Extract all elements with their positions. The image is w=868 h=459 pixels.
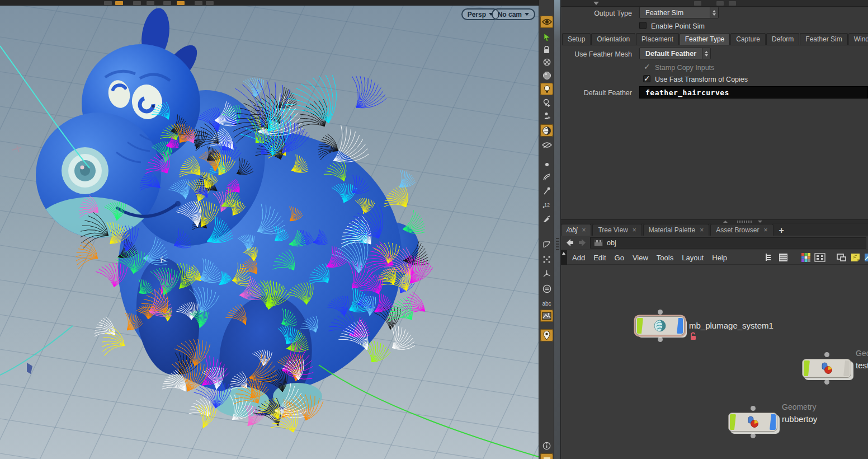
node-test[interactable]: Geo test bbox=[802, 359, 851, 378]
overlapping-windows-icon[interactable] bbox=[836, 253, 847, 262]
node-input-connector[interactable] bbox=[751, 406, 756, 411]
new-tab-button[interactable]: + bbox=[775, 226, 789, 236]
toolbar-blip-active[interactable] bbox=[177, 1, 185, 5]
use-fast-transform-checkbox[interactable]: ✓ bbox=[643, 75, 650, 82]
node-name[interactable]: test bbox=[856, 360, 868, 370]
menu-edit[interactable]: Edit bbox=[593, 254, 606, 262]
light-bulb-icon[interactable] bbox=[540, 83, 553, 95]
node-output-connector[interactable] bbox=[751, 433, 756, 438]
add-light-icon[interactable] bbox=[540, 96, 553, 109]
stowed-tool-icon[interactable] bbox=[540, 453, 553, 459]
list-view-icon[interactable] bbox=[778, 253, 789, 262]
dropdown-spinner-icon[interactable] bbox=[710, 7, 718, 18]
network-path-field[interactable]: obj bbox=[590, 237, 866, 249]
tab-setup[interactable]: Setup bbox=[562, 33, 591, 45]
viewport-canvas[interactable] bbox=[0, 6, 539, 459]
node-name[interactable]: rubbertoy bbox=[782, 414, 817, 424]
menu-add[interactable]: Add bbox=[572, 254, 585, 262]
tab-wind-noise[interactable]: Wind Noise bbox=[848, 33, 868, 45]
network-canvas[interactable]: mb_plumage_system1 Geo tes bbox=[561, 265, 868, 459]
toolbar-blip[interactable] bbox=[147, 1, 154, 5]
close-icon[interactable]: × bbox=[764, 226, 768, 234]
add-character-icon[interactable] bbox=[540, 110, 553, 122]
header-icon[interactable] bbox=[716, 1, 724, 6]
comb-curve-icon[interactable] bbox=[540, 171, 553, 183]
toolbar-blip[interactable] bbox=[104, 1, 112, 5]
stow-grip[interactable] bbox=[556, 238, 559, 250]
tab-tree-view[interactable]: Tree View× bbox=[592, 224, 641, 236]
menu-go[interactable]: Go bbox=[615, 254, 624, 262]
background-image-icon[interactable] bbox=[540, 310, 553, 322]
feather-ball-icon[interactable] bbox=[540, 124, 553, 137]
node-name[interactable]: mb_plumage_system1 bbox=[689, 321, 773, 330]
toolbar-blip[interactable] bbox=[133, 1, 141, 5]
close-icon[interactable]: × bbox=[633, 226, 636, 234]
node-input-connector[interactable] bbox=[658, 310, 663, 315]
visibility-stroke-icon[interactable] bbox=[540, 139, 553, 151]
toolbar-blip-active[interactable] bbox=[115, 1, 123, 5]
select-arrow-icon[interactable] bbox=[540, 31, 553, 43]
hide-circle-x-icon[interactable] bbox=[540, 56, 553, 68]
stamp-copy-inputs-checkbox[interactable]: ✓ bbox=[643, 63, 650, 71]
header-icon[interactable] bbox=[729, 1, 736, 6]
menu-tools[interactable]: Tools bbox=[657, 254, 673, 262]
splitter-up-icon[interactable] bbox=[723, 221, 728, 223]
scene-viewport[interactable]: Persp No cam bbox=[0, 6, 539, 459]
view-eye-icon[interactable] bbox=[540, 16, 553, 28]
brush-icon[interactable] bbox=[540, 213, 553, 225]
dots-grid-icon[interactable] bbox=[540, 253, 553, 265]
back-arrow-icon[interactable] bbox=[565, 238, 574, 247]
tab-deform[interactable]: Deform bbox=[766, 33, 799, 45]
toolbar-blip[interactable] bbox=[195, 1, 202, 5]
default-feather-input[interactable]: feather_haircurves bbox=[639, 86, 868, 99]
tab-orientation[interactable]: Orientation bbox=[591, 33, 635, 45]
corner-curve-icon[interactable] bbox=[540, 238, 553, 251]
dropdown-spinner-icon[interactable] bbox=[702, 48, 710, 59]
tree-view-icon[interactable] bbox=[764, 253, 775, 262]
menu-view[interactable]: View bbox=[633, 254, 648, 262]
menu-layout[interactable]: Layout bbox=[682, 254, 704, 262]
tab-placement[interactable]: Placement bbox=[636, 33, 679, 45]
menu-collapse-handle[interactable] bbox=[561, 250, 567, 265]
node-input-connector[interactable] bbox=[824, 352, 829, 357]
pane-splitter[interactable] bbox=[561, 219, 868, 223]
header-icon[interactable] bbox=[694, 1, 701, 6]
close-icon[interactable]: × bbox=[582, 226, 586, 234]
menu-help[interactable]: Help bbox=[712, 254, 727, 262]
tab-asset-browser[interactable]: Asset Browser× bbox=[710, 224, 773, 236]
info-icon[interactable] bbox=[540, 439, 553, 452]
close-icon[interactable]: × bbox=[700, 226, 704, 234]
image-icon[interactable] bbox=[864, 253, 868, 262]
sticky-note-icon[interactable] bbox=[850, 253, 861, 262]
lock-icon[interactable] bbox=[540, 44, 553, 56]
splitter-down-icon[interactable] bbox=[758, 221, 762, 223]
node-output-connector[interactable] bbox=[824, 380, 829, 385]
location-pin-icon[interactable] bbox=[540, 329, 553, 341]
use-feather-mesh-dropdown[interactable]: Default Feather bbox=[639, 48, 711, 59]
pin-needle-icon[interactable] bbox=[540, 185, 553, 197]
tab-material-palette[interactable]: Material Palette× bbox=[643, 224, 709, 236]
toolbar-blip[interactable] bbox=[206, 1, 214, 5]
chevron-down-icon[interactable] bbox=[593, 2, 599, 5]
grid-layout-icon[interactable] bbox=[814, 253, 825, 262]
no-cam-button[interactable]: No cam bbox=[492, 8, 535, 20]
tab-obj[interactable]: /obj× bbox=[561, 224, 591, 236]
output-type-dropdown[interactable]: Feather Sim bbox=[639, 7, 719, 18]
enable-point-sim-checkbox[interactable] bbox=[639, 22, 647, 29]
point-dot-icon[interactable] bbox=[540, 158, 553, 171]
node-output-connector[interactable] bbox=[658, 337, 663, 342]
point-count-icon[interactable]: 12 bbox=[540, 199, 553, 211]
circle-bars-icon[interactable] bbox=[540, 283, 553, 295]
tab-capture[interactable]: Capture bbox=[730, 33, 766, 45]
tab-feather-sim[interactable]: Feather Sim bbox=[800, 33, 847, 45]
splitter-grip[interactable] bbox=[737, 221, 752, 223]
color-palette-icon[interactable] bbox=[800, 253, 812, 262]
text-abc-icon[interactable]: abc bbox=[540, 297, 553, 310]
tab-feather-type[interactable]: Feather Type bbox=[680, 33, 730, 45]
node-rubbertoy[interactable]: Geometry rubbertoy bbox=[728, 413, 777, 432]
axis-jack-icon[interactable] bbox=[540, 268, 553, 280]
pane-stow-bar[interactable] bbox=[554, 0, 561, 459]
sphere-icon[interactable] bbox=[540, 69, 553, 82]
toolbar-blip[interactable] bbox=[163, 1, 171, 5]
node-mb-plumage-system1[interactable]: mb_plumage_system1 bbox=[635, 316, 685, 335]
